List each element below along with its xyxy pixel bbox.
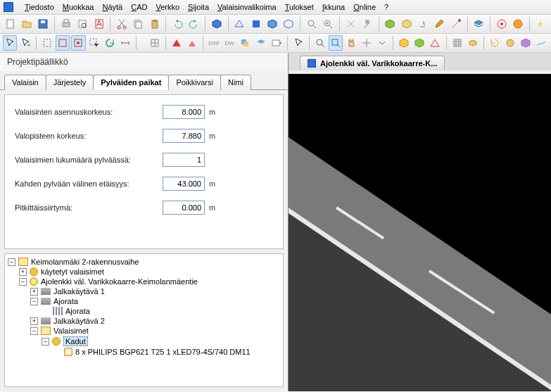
cube-yellow-icon[interactable] bbox=[399, 16, 414, 32]
tree-item[interactable]: 8 x PHILIPS BGP621 T25 1 xLED79-4S/740 D… bbox=[8, 347, 280, 357]
undo-icon[interactable] bbox=[170, 16, 184, 32]
viewport-3d[interactable] bbox=[289, 74, 551, 391]
tree-root[interactable]: − Keimolanmäki 2-rakennusvaihe bbox=[8, 257, 280, 267]
axis-icon[interactable] bbox=[360, 35, 374, 51]
tree-item[interactable]: − Ajolenkki väl. Varikkokaarre-Keimolanm… bbox=[8, 277, 280, 286]
copy-icon[interactable] bbox=[131, 16, 146, 32]
globe-icon[interactable] bbox=[510, 16, 525, 32]
rotate-icon[interactable] bbox=[488, 35, 502, 51]
tab-jarjestely[interactable]: Järjestely bbox=[46, 75, 94, 90]
tree-item[interactable]: − Ajorata bbox=[8, 296, 280, 306]
grid-icon[interactable] bbox=[148, 35, 162, 51]
layers-icon[interactable] bbox=[471, 16, 486, 32]
menu-ikkuna[interactable]: Ikkuna bbox=[322, 3, 345, 11]
toggle-icon[interactable]: − bbox=[19, 278, 27, 286]
grid2-icon[interactable] bbox=[450, 35, 464, 51]
measure-icon[interactable] bbox=[118, 35, 132, 51]
toggle-icon[interactable]: − bbox=[42, 338, 49, 346]
toggle-icon[interactable]: − bbox=[8, 258, 15, 266]
menu-cad[interactable]: CAD bbox=[131, 3, 147, 11]
menu-sijoita[interactable]: Sijoita bbox=[188, 3, 209, 11]
dwg-icon[interactable]: DW bbox=[222, 35, 236, 51]
dxf-icon[interactable]: DXF bbox=[207, 35, 221, 51]
cube-blue-icon[interactable] bbox=[209, 16, 224, 32]
menu-valaisinvalikoima[interactable]: Valaisinvalikoima bbox=[217, 3, 277, 11]
cube3-icon[interactable] bbox=[281, 16, 296, 32]
tab-nimi[interactable]: Nimi bbox=[220, 75, 251, 90]
tab-poikkivarsi[interactable]: Poikkivarsi bbox=[168, 75, 221, 90]
toggle-icon[interactable]: + bbox=[19, 268, 27, 276]
cube-green2-icon[interactable] bbox=[412, 35, 426, 51]
refresh-green-icon[interactable] bbox=[103, 35, 117, 51]
menu-tiedosto[interactable]: Tiedosto bbox=[25, 3, 54, 11]
select-cursor-icon[interactable] bbox=[87, 35, 101, 51]
cut2-icon[interactable] bbox=[343, 16, 358, 32]
project-tree[interactable]: − Keimolanmäki 2-rakennusvaihe + käytety… bbox=[4, 253, 284, 387]
plane-icon[interactable] bbox=[534, 35, 548, 51]
layer3-icon[interactable] bbox=[253, 35, 267, 51]
select-rect-red-icon[interactable] bbox=[56, 35, 70, 51]
open-folder-icon[interactable] bbox=[19, 16, 34, 32]
menu-nayta[interactable]: Näytä bbox=[102, 3, 122, 11]
print-icon[interactable] bbox=[58, 16, 73, 32]
wrench-icon[interactable] bbox=[360, 16, 374, 32]
tree-item[interactable]: − Valaisimet bbox=[8, 326, 280, 336]
tree-item[interactable]: Ajorata bbox=[8, 306, 280, 316]
tree-item[interactable]: + Jalkakäytävä 2 bbox=[8, 316, 280, 326]
toggle-icon[interactable]: − bbox=[30, 298, 38, 305]
triangle-small-icon[interactable] bbox=[185, 35, 199, 51]
select-point-icon[interactable] bbox=[71, 35, 85, 51]
cube-purple-icon[interactable] bbox=[519, 35, 533, 51]
zoom-icon[interactable] bbox=[313, 35, 327, 51]
toggle-icon[interactable]: + bbox=[30, 317, 38, 325]
square-blue-icon[interactable] bbox=[248, 16, 263, 32]
cursor-plus-icon[interactable] bbox=[18, 35, 32, 51]
target-icon[interactable] bbox=[494, 16, 509, 32]
new-file-icon[interactable] bbox=[3, 16, 18, 32]
pdf-icon[interactable]: A bbox=[91, 16, 106, 32]
toggle-icon[interactable]: − bbox=[30, 327, 38, 335]
lightning-icon[interactable] bbox=[533, 16, 548, 32]
hand-icon[interactable] bbox=[344, 35, 358, 51]
cube-yellow2-icon[interactable] bbox=[397, 35, 411, 51]
tree-item[interactable]: + käytetyt valaisimet bbox=[8, 267, 280, 277]
zoom-rect-icon[interactable] bbox=[329, 35, 343, 51]
triangle-red-icon[interactable] bbox=[170, 35, 184, 51]
input-lukumaara[interactable] bbox=[163, 153, 205, 167]
menu-online[interactable]: Online bbox=[353, 3, 376, 11]
cube-green-icon[interactable] bbox=[383, 16, 398, 32]
input-valopisteen-korkeus[interactable] bbox=[163, 129, 205, 143]
sphere-icon[interactable] bbox=[503, 35, 517, 51]
needle-icon[interactable] bbox=[448, 16, 463, 32]
menu-verkko[interactable]: Verkko bbox=[156, 3, 179, 11]
tree-item-selected[interactable]: − Kadut bbox=[8, 336, 280, 347]
cursor2-icon[interactable] bbox=[291, 35, 305, 51]
dropdown-icon[interactable] bbox=[270, 35, 284, 51]
paste-icon[interactable] bbox=[147, 16, 162, 32]
menu-tulokset[interactable]: Tulokset bbox=[285, 3, 314, 11]
pencil-icon[interactable] bbox=[432, 16, 447, 32]
search-icon[interactable] bbox=[304, 16, 319, 32]
triangle2-icon[interactable] bbox=[428, 35, 442, 51]
cube2-icon[interactable] bbox=[265, 16, 279, 32]
redo-icon[interactable] bbox=[186, 16, 201, 32]
input-asennuskorkeus[interactable] bbox=[163, 105, 205, 119]
toggle-icon[interactable]: + bbox=[30, 288, 38, 296]
dropdown2-icon[interactable] bbox=[375, 35, 389, 51]
select-rect-icon[interactable] bbox=[40, 35, 54, 51]
save-icon[interactable] bbox=[36, 16, 51, 32]
menu-muokkaa[interactable]: Muokkaa bbox=[63, 3, 94, 11]
cube-sml-icon[interactable] bbox=[466, 35, 480, 51]
menu-help[interactable]: ? bbox=[384, 3, 388, 11]
doc-tab[interactable]: Ajolenkki väl. Varikkokaarre-K... bbox=[300, 56, 445, 70]
tab-valaisin[interactable]: Valaisin bbox=[4, 75, 46, 90]
cursor-arrow-icon[interactable] bbox=[3, 35, 17, 51]
input-pitkittaissiirtyma[interactable] bbox=[163, 201, 205, 215]
perspective-icon[interactable] bbox=[232, 16, 247, 32]
input-pylvaan-etaisyys[interactable] bbox=[163, 177, 205, 191]
cut-icon[interactable] bbox=[114, 16, 129, 32]
search-plus-icon[interactable] bbox=[320, 16, 335, 32]
layer2-icon[interactable] bbox=[238, 35, 252, 51]
print-preview-icon[interactable] bbox=[75, 16, 90, 32]
tree-item[interactable]: + Jalkakäytävä 1 bbox=[8, 286, 280, 296]
